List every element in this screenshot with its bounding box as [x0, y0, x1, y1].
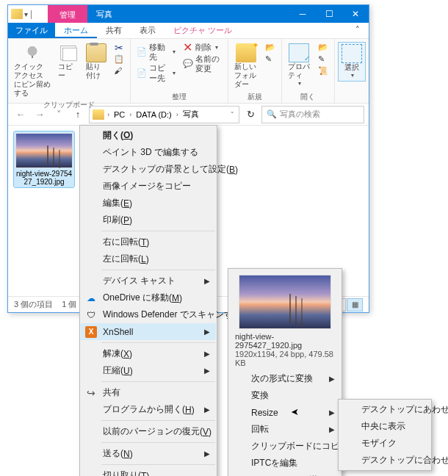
mi-copy-clipboard[interactable]: クリップボードにコピー [229, 438, 341, 455]
close-button[interactable]: ✕ [342, 5, 369, 23]
copy-path-button[interactable] [111, 54, 127, 65]
shield-icon [85, 309, 97, 321]
chevron-icon[interactable]: › [128, 111, 133, 118]
maximize-button[interactable]: ☐ [316, 5, 342, 23]
submenu-arrow-icon: ▶ [204, 367, 210, 375]
ribbon-tabs: ファイル ホーム 共有 表示 ピクチャ ツール ˄ [8, 23, 369, 39]
mi-rotate-left[interactable]: 左に回転(L) [81, 250, 216, 267]
submenu-arrow-icon: ▶ [204, 328, 210, 336]
search-placeholder: 写真の検索 [280, 109, 320, 120]
separator [101, 420, 215, 421]
ribbon-collapse-icon[interactable]: ˄ [347, 23, 369, 38]
address-dropdown-icon[interactable]: ˅ [229, 111, 236, 118]
xnshell-icon: X [85, 326, 97, 338]
move-to-button[interactable]: 移動先▾ [134, 42, 178, 62]
separator [101, 381, 215, 382]
history-button[interactable] [315, 65, 331, 77]
paste-shortcut-button[interactable] [111, 65, 127, 77]
file-tab[interactable]: ファイル [8, 23, 55, 38]
share-tab[interactable]: 共有 [97, 23, 131, 38]
edit-button[interactable] [315, 54, 331, 65]
mi-extract[interactable]: 解凍(X)▶ [81, 345, 216, 362]
quick-access-toolbar: ▾ │ [8, 5, 48, 23]
mi-rotate[interactable]: 回転▶ [229, 421, 341, 438]
nav-recent-button[interactable]: ˅ [51, 107, 67, 123]
thumbnails-view-button[interactable]: ▦ [347, 298, 363, 311]
mi-open[interactable]: 開く(O) [81, 127, 216, 144]
mi-edit-iptc[interactable]: IPTCを編集 [229, 455, 341, 472]
mi-mosaic[interactable]: モザイク [339, 435, 430, 452]
mi-convert[interactable]: 変換 [229, 387, 341, 404]
mi-resize[interactable]: Resize▶ [229, 404, 341, 421]
mi-rotate-right[interactable]: 右に回転(T) [81, 234, 216, 250]
address-bar[interactable]: › PC › DATA (D:) › 写真 ˅ [89, 106, 239, 123]
view-tab[interactable]: 表示 [131, 23, 165, 38]
mi-device-cast[interactable]: デバイス キャスト▶ [81, 273, 216, 289]
copy-button[interactable]: コピー [55, 42, 82, 82]
picture-tools-tab[interactable]: ピクチャ ツール [165, 23, 241, 38]
rename-button[interactable]: 名前の変更 [180, 54, 225, 74]
separator [101, 342, 215, 343]
mi-paint3d[interactable]: ペイント 3D で編集する [81, 144, 216, 161]
mi-fit-desktop[interactable]: デスクトップにあわせる [339, 401, 430, 418]
cut-button[interactable] [111, 42, 127, 54]
easy-access-button[interactable] [262, 54, 278, 65]
mi-compress[interactable]: 圧縮(U)▶ [81, 362, 216, 379]
chevron-icon[interactable]: › [175, 111, 180, 118]
contextual-tab-manage[interactable]: 管理 [48, 5, 87, 23]
paste-shortcut-icon [114, 66, 124, 76]
open-button[interactable] [315, 42, 331, 54]
mi-onedrive-move[interactable]: OneDrive に移動(M) [81, 289, 216, 306]
mi-set-background[interactable]: デスクトップの背景として設定(B) [81, 161, 216, 178]
copy-to-button[interactable]: コピー先▾ [134, 62, 178, 83]
nav-up-button[interactable]: ↑ [70, 107, 86, 123]
mi-restore-version[interactable]: 以前のバージョンの復元(V) [81, 423, 216, 440]
thumbnail-item-selected[interactable]: night-view-29754 27_1920.jpg [14, 131, 74, 187]
mi-fit-desktop-2[interactable]: デスクトップに合わせる [339, 452, 430, 469]
copy-icon [63, 48, 78, 61]
mi-cut[interactable]: 切り取り(T) [81, 467, 216, 476]
refresh-button[interactable]: ↻ [242, 107, 259, 123]
move-icon [137, 47, 147, 57]
mi-xnshell[interactable]: XXnShell▶ [81, 323, 216, 340]
rename-icon [183, 59, 193, 69]
delete-button[interactable]: 削除▾ [180, 42, 225, 54]
chevron-icon[interactable]: › [106, 111, 111, 118]
pin-quickaccess-button[interactable]: クイック アクセス にピン留めする [11, 42, 54, 99]
minimize-button[interactable]: ─ [289, 5, 316, 23]
separator [101, 464, 215, 465]
ribbon-group-label: 開く [285, 91, 331, 102]
submenu-arrow-icon: ▶ [329, 408, 335, 416]
crumb-pc[interactable]: PC [111, 110, 128, 119]
search-icon: 🔍 [267, 109, 277, 119]
crumb-drive[interactable]: DATA (D:) [133, 110, 174, 119]
edit-icon [318, 54, 328, 65]
mi-send-imageshack[interactable]: ImageShackに送る [229, 472, 341, 476]
home-tab[interactable]: ホーム [55, 23, 97, 38]
new-item-button[interactable] [262, 42, 278, 54]
submenu-arrow-icon: ▶ [204, 405, 210, 414]
preview-image [239, 275, 331, 329]
paste-icon [86, 43, 106, 62]
mi-print[interactable]: 印刷(P) [81, 212, 216, 228]
thumbnail-image [15, 133, 73, 168]
mi-center[interactable]: 中央に表示 [339, 418, 430, 435]
select-button[interactable]: 選択▾ [338, 42, 366, 82]
crumb-folder[interactable]: 写真 [180, 109, 202, 120]
mi-open-with[interactable]: プログラムから開く(H)▶ [81, 401, 216, 418]
qat-chevron-icon[interactable]: ▾ [24, 10, 28, 18]
mi-send-to[interactable]: 送る(N)▶ [81, 445, 216, 462]
mi-defender-scan[interactable]: Windows Defender でスキャンする... [81, 306, 216, 323]
nav-back-button[interactable]: ← [12, 107, 29, 123]
context-menu-wallpaper: デスクトップにあわせる 中央に表示 モザイク デスクトップに合わせる [338, 399, 432, 471]
mi-convert-next[interactable]: 次の形式に変換▶ [229, 370, 341, 387]
new-folder-button[interactable]: 新しい フォルダー [231, 42, 260, 90]
navigation-bar: ← → ˅ ↑ › PC › DATA (D:) › 写真 ˅ ↻ 🔍 写真の検… [8, 104, 369, 126]
mi-copy-image[interactable]: 画像イメージをコピー [81, 178, 216, 195]
properties-button[interactable]: プロパティ▾ [285, 42, 314, 89]
mi-edit[interactable]: 編集(E) [81, 195, 216, 212]
search-input[interactable]: 🔍 写真の検索 [261, 106, 364, 123]
mi-share[interactable]: 共有 [81, 384, 216, 401]
new-folder-icon [236, 43, 256, 62]
paste-button[interactable]: 貼り付け [83, 42, 109, 82]
